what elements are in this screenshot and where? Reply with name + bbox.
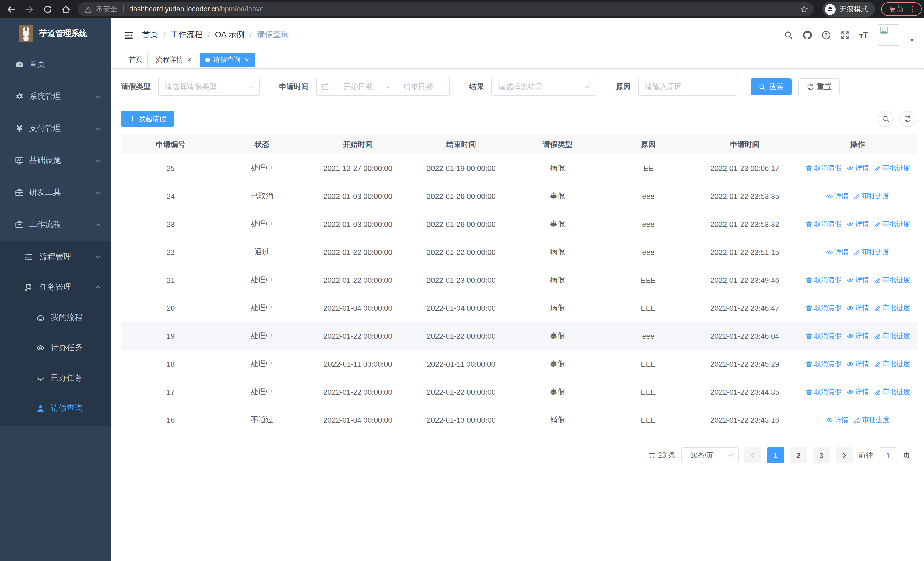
- table-row[interactable]: 16不通过2022-01-04 00:00:002022-01-13 00:00…: [121, 406, 917, 434]
- action-detail[interactable]: 详情: [846, 331, 869, 341]
- table-row[interactable]: 21处理中2022-01-22 00:00:002022-01-23 00:00…: [121, 266, 917, 294]
- action-progress[interactable]: 审批进度: [873, 303, 910, 313]
- reason-input[interactable]: 请输入原因: [638, 78, 737, 96]
- sidebar-item-my-process[interactable]: 我的流程: [0, 302, 111, 332]
- bookmark-star-icon[interactable]: [800, 5, 808, 13]
- help-icon[interactable]: ?: [821, 30, 831, 40]
- action-progress[interactable]: 审批进度: [873, 331, 910, 341]
- avatar[interactable]: [878, 24, 900, 46]
- page-3-button[interactable]: 3: [813, 447, 830, 463]
- browser-forward-icon[interactable]: [24, 4, 34, 14]
- filter-row: 请假类型 请选择请假类型 申请时间 开始日期 - 结束日期 结果: [121, 78, 924, 96]
- table-row[interactable]: 19处理中2022-01-22 00:00:002022-01-22 00:00…: [121, 322, 917, 350]
- table-row[interactable]: 20处理中2022-01-04 00:00:002022-01-04 00:00…: [121, 294, 917, 322]
- sidebar-item-leave-query[interactable]: 请假查询: [0, 393, 111, 423]
- github-icon[interactable]: [802, 30, 812, 40]
- page-size-select[interactable]: 10条/页: [681, 447, 738, 463]
- sidebar-item-process-mgmt[interactable]: 流程管理: [0, 242, 111, 272]
- action-progress[interactable]: 审批进度: [853, 415, 890, 425]
- browser-update-button[interactable]: 更新: [881, 2, 922, 16]
- table-body: 25处理中2021-12-27 00:00:002022-01-19 00:00…: [121, 154, 917, 434]
- table-row[interactable]: 24已取消2022-01-03 00:00:002022-01-26 00:00…: [121, 182, 917, 210]
- browser-reload-icon[interactable]: [43, 4, 52, 14]
- action-label: 详情: [855, 303, 869, 313]
- page-2-button[interactable]: 2: [790, 447, 807, 463]
- table-row[interactable]: 17处理中2022-01-22 00:00:002022-01-22 00:00…: [121, 378, 917, 406]
- sidebar-item-infra[interactable]: 基础设施: [0, 144, 111, 176]
- table-cell: EE: [605, 164, 692, 172]
- sidebar-collapse-icon[interactable]: [124, 30, 134, 40]
- refresh-table-button[interactable]: [900, 111, 915, 127]
- url-host: dashboard.yudao.iocoder.cn: [129, 5, 219, 13]
- table-cell: 处理中: [220, 275, 304, 285]
- browser-back-icon[interactable]: [6, 4, 16, 14]
- leave-type-select[interactable]: 请选择请假类型: [158, 78, 260, 96]
- action-detail[interactable]: 详情: [825, 191, 848, 201]
- next-page-button[interactable]: [836, 447, 853, 463]
- table-row[interactable]: 18处理中2022-01-11 00:00:002022-01-11 00:00…: [121, 350, 917, 378]
- action-detail[interactable]: 详情: [846, 163, 869, 173]
- action-label: 详情: [835, 415, 848, 425]
- show-search-toggle-button[interactable]: [878, 111, 894, 127]
- sidebar-item-devtools[interactable]: 研发工具: [0, 176, 111, 209]
- url-bar[interactable]: 不安全 dashboard.yudao.iocoder.cn/bpm/oa/le…: [78, 2, 814, 16]
- sidebar-item-payment[interactable]: ¥支付管理: [0, 113, 111, 144]
- goto-page-input[interactable]: [879, 447, 897, 463]
- apply-time-range-picker[interactable]: 开始日期 - 结束日期: [316, 78, 450, 96]
- action-cancel[interactable]: 取消请假: [805, 303, 842, 313]
- pen-icon: [853, 248, 860, 256]
- avatar-caret-icon[interactable]: [909, 36, 915, 44]
- action-detail[interactable]: 详情: [846, 387, 869, 397]
- sidebar-item-done-tasks[interactable]: 已办任务: [0, 363, 111, 393]
- breadcrumb-item[interactable]: 工作流程: [171, 30, 202, 40]
- action-progress[interactable]: 审批进度: [873, 359, 910, 369]
- sidebar-item-todo-tasks[interactable]: 待办任务: [0, 332, 111, 363]
- browser-menu-dots-icon[interactable]: [909, 5, 916, 13]
- logo-row[interactable]: 芋道管理系统: [0, 18, 111, 48]
- prev-page-button[interactable]: [744, 447, 761, 463]
- create-leave-button[interactable]: 发起请假: [121, 111, 174, 127]
- action-detail[interactable]: 详情: [825, 415, 848, 425]
- page-1-button[interactable]: 1: [767, 447, 784, 463]
- tab-leave-query[interactable]: 请假查询×: [200, 52, 255, 67]
- tab-process-detail[interactable]: 流程详情×: [151, 52, 197, 67]
- sidebar-item-task-mgmt[interactable]: 任务管理: [0, 272, 111, 302]
- action-cancel[interactable]: 取消请假: [805, 275, 842, 285]
- action-progress[interactable]: 审批进度: [853, 191, 890, 201]
- action-cancel[interactable]: 取消请假: [805, 359, 842, 369]
- action-cancel[interactable]: 取消请假: [805, 219, 842, 229]
- action-progress[interactable]: 审批进度: [853, 247, 890, 257]
- close-tab-icon[interactable]: ×: [244, 56, 249, 63]
- sidebar-item-label: 任务管理: [39, 282, 71, 292]
- sidebar-item-workflow[interactable]: 工作流程: [0, 209, 111, 241]
- action-progress[interactable]: 审批进度: [873, 163, 910, 173]
- table-row[interactable]: 22通过2022-01-22 00:00:002022-01-22 00:00:…: [121, 238, 917, 266]
- action-progress[interactable]: 审批进度: [873, 219, 910, 229]
- table-row[interactable]: 25处理中2021-12-27 00:00:002022-01-19 00:00…: [121, 154, 917, 182]
- search-icon[interactable]: [784, 30, 793, 40]
- sidebar-item-home[interactable]: 首页: [0, 48, 111, 81]
- action-progress[interactable]: 审批进度: [873, 275, 910, 285]
- search-button[interactable]: 搜索: [750, 78, 792, 95]
- browser-home-icon[interactable]: [61, 4, 71, 14]
- breadcrumb-item[interactable]: OA 示例: [215, 30, 244, 40]
- action-cancel[interactable]: 取消请假: [805, 331, 842, 341]
- breadcrumb-item[interactable]: 首页: [142, 30, 158, 40]
- close-tab-icon[interactable]: ×: [187, 56, 192, 63]
- table-row[interactable]: 23处理中2022-01-03 00:00:002022-01-26 00:00…: [121, 210, 917, 238]
- font-size-icon[interactable]: TT: [859, 30, 868, 40]
- action-detail[interactable]: 详情: [846, 219, 869, 229]
- action-detail[interactable]: 详情: [825, 247, 848, 257]
- sidebar-item-system[interactable]: 系统管理: [0, 81, 111, 113]
- sidebar-menu: 首页系统管理¥支付管理基础设施研发工具工作流程: [0, 48, 111, 241]
- action-detail[interactable]: 详情: [846, 303, 869, 313]
- reset-button[interactable]: 重置: [798, 78, 840, 95]
- action-detail[interactable]: 详情: [846, 359, 869, 369]
- action-detail[interactable]: 详情: [846, 275, 869, 285]
- action-progress[interactable]: 审批进度: [873, 387, 910, 397]
- result-select[interactable]: 请选择流结果: [491, 78, 596, 96]
- action-cancel[interactable]: 取消请假: [805, 387, 842, 397]
- action-cancel[interactable]: 取消请假: [805, 163, 842, 173]
- fullscreen-icon[interactable]: [840, 30, 850, 40]
- tab-home[interactable]: 首页: [124, 52, 148, 67]
